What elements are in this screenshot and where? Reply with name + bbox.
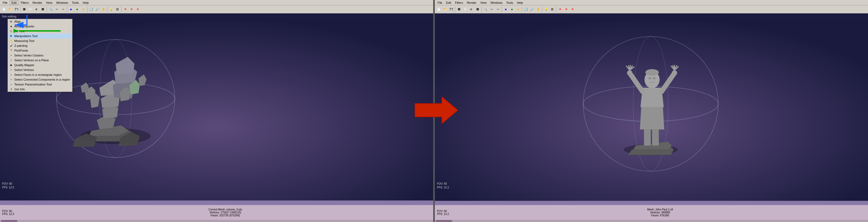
left-stats-fov: FOV: 60 FPS: 12.5 bbox=[2, 210, 14, 216]
menu-item-vertices-plane[interactable]: ▪ Select Vertices on a Plane bbox=[8, 58, 72, 63]
right-toolbar-render-btn[interactable]: 🖼 bbox=[549, 6, 555, 12]
toolbar-save[interactable]: 💾 bbox=[13, 6, 20, 12]
menu-item-select-vertices[interactable]: ▪ Select Vertices bbox=[8, 68, 72, 72]
toolbar-sep5 bbox=[107, 7, 107, 12]
right-toolbar-btn1[interactable]: ⬛ bbox=[456, 6, 462, 12]
menu-item-align[interactable]: ⊕ Align bbox=[8, 19, 72, 24]
menu-render[interactable]: Render bbox=[31, 1, 44, 5]
right-toolbar-btn6[interactable]: ↩ bbox=[489, 6, 495, 12]
fov-stat: FOV: 60 bbox=[2, 182, 14, 186]
right-toolbar-open[interactable]: 📂 bbox=[442, 6, 448, 12]
right-toolbar-x-red[interactable]: ✕ bbox=[557, 6, 563, 12]
right-toolbar-pan[interactable]: ✋ bbox=[535, 6, 541, 12]
menu-item-quality-mapper[interactable]: ◉ Quality Mapper bbox=[8, 63, 72, 68]
right-viewport[interactable]: FOV: 60 FPS: 13.2 bbox=[435, 13, 868, 205]
right-menu-file[interactable]: File bbox=[436, 1, 444, 5]
right-menu-render[interactable]: Render bbox=[465, 1, 478, 5]
left-fps: FPS: 12.5 bbox=[2, 213, 14, 216]
menu-view[interactable]: View bbox=[44, 1, 54, 5]
left-statusbar: FOV: 60 FPS: 12.5 Current Mesh: volume_5… bbox=[0, 205, 433, 220]
right-toolbar-light[interactable]: 💡 bbox=[543, 6, 549, 12]
right-toolbar-save[interactable]: 💾 bbox=[448, 6, 454, 12]
right-mesh-label: Mesh: John Paul 1.stl bbox=[454, 208, 866, 211]
toolbar-open[interactable]: 📂 bbox=[7, 6, 13, 12]
right-toolbar-btn2[interactable]: ⬜ bbox=[462, 6, 468, 12]
toolbar-x-red3[interactable]: ✕ bbox=[135, 6, 141, 12]
menu-item-vertex-clusters[interactable]: ▪ Select Vertex Clusters bbox=[8, 53, 72, 58]
menu-help[interactable]: Help bbox=[81, 1, 91, 5]
toolbar-btn2[interactable]: ⬜ bbox=[28, 6, 33, 12]
menu-item-measuring[interactable]: 📏 Measuring Tool bbox=[8, 38, 72, 43]
toolbar-pan[interactable]: ✋ bbox=[100, 6, 106, 12]
right-toolbar-btn3[interactable]: ◧ bbox=[468, 6, 474, 12]
toolbar-btn9[interactable]: ■ bbox=[74, 6, 80, 12]
svg-point-53 bbox=[648, 77, 651, 79]
right-menu-windows[interactable]: Windows bbox=[489, 1, 504, 5]
toolbar-rotate[interactable]: 🔄 bbox=[88, 6, 94, 12]
menu-windows[interactable]: Windows bbox=[54, 1, 70, 5]
right-menu-help[interactable]: Help bbox=[515, 1, 525, 5]
right-toolbar-btn8[interactable]: ■ bbox=[503, 6, 508, 12]
menu-item-select-connected[interactable]: ▪ Select Connected Components in a regio… bbox=[8, 77, 72, 82]
toolbar-btn3[interactable]: ◧ bbox=[34, 6, 40, 12]
toolbar-sep4 bbox=[87, 7, 87, 12]
right-toolbar-x-red3[interactable]: ✕ bbox=[569, 6, 576, 12]
right-scrollbar-thumb[interactable] bbox=[436, 220, 452, 222]
left-panel: File Edit Filters Render View Windows To… bbox=[0, 0, 433, 222]
left-faces: Faces: 332735 (675269) bbox=[20, 214, 431, 217]
right-menu-edit[interactable]: Edit bbox=[444, 1, 453, 5]
svg-point-54 bbox=[653, 77, 656, 79]
left-viewport[interactable]: Not editing bbox=[0, 13, 433, 205]
right-toolbar-sep1 bbox=[455, 7, 455, 12]
right-toolbar-rotate[interactable]: 🔄 bbox=[523, 6, 529, 12]
right-menu-filters[interactable]: Filters bbox=[454, 1, 465, 5]
right-statusbar: FOV: 60 FPS: 13.2 Mesh: John Paul 1.stl … bbox=[435, 205, 868, 220]
right-toolbar-btn4[interactable]: ⬛ bbox=[475, 6, 480, 12]
toolbar-new[interactable]: 📄 bbox=[1, 6, 7, 12]
menu-item-arc3d[interactable]: ◈ Arc3D Importer bbox=[8, 24, 72, 29]
left-viewport-stats: FOV: 60 FPS: 12.5 bbox=[2, 182, 14, 189]
right-toolbar-btn5[interactable]: 🔍 bbox=[483, 6, 488, 12]
right-scrollbar[interactable] bbox=[435, 220, 868, 222]
menu-item-zpainting[interactable]: 🖌 Z-painting bbox=[8, 43, 72, 48]
toolbar-btn5[interactable]: 🔍 bbox=[48, 6, 54, 12]
right-vertices: Vertices: 349985 bbox=[454, 211, 866, 214]
toolbar-render-btn[interactable]: 🖼 bbox=[115, 6, 120, 12]
quality-mapper-icon: ◉ bbox=[9, 63, 13, 67]
toolbar-btn4[interactable]: ⬛ bbox=[40, 6, 46, 12]
menu-item-manipulators[interactable]: ✥ Manipulators Tool bbox=[8, 34, 72, 38]
toolbar-x-red2[interactable]: ✕ bbox=[128, 6, 134, 12]
menu-item-fillhole[interactable]: ⬡ Fill Hole bbox=[8, 29, 72, 34]
toolbar-light[interactable]: 💡 bbox=[108, 6, 114, 12]
menu-item-pickpoints[interactable]: 📍 PickPoints bbox=[8, 48, 72, 53]
toolbar-btn6[interactable]: ↩ bbox=[54, 6, 60, 12]
menu-edit[interactable]: Edit bbox=[10, 1, 19, 5]
menu-item-get-info[interactable]: ℹ Get Info bbox=[8, 87, 72, 91]
right-toolbar-zoom[interactable]: 🔎 bbox=[529, 6, 535, 12]
right-toolbar: 📄 📂 💾 ⬛ ⬜ ◧ ⬛ 🔍 ↩ ↪ ■ ■ ■ 🔄 🔎 ✋ 💡 🖼 ✕ bbox=[435, 5, 868, 13]
toolbar-zoom[interactable]: 🔎 bbox=[94, 6, 100, 12]
toolbar-btn7[interactable]: ↪ bbox=[60, 6, 66, 12]
right-toolbar-btn7[interactable]: ↪ bbox=[495, 6, 501, 12]
menu-item-texture-param[interactable]: ▪ Texture Parametrization Tool bbox=[8, 82, 72, 87]
menu-tools[interactable]: Tools bbox=[70, 1, 81, 5]
left-scrollbar[interactable] bbox=[0, 220, 433, 222]
menu-item-select-faces-rect[interactable]: ▪ Select Faces in a rectangular region bbox=[8, 72, 72, 77]
toolbar-btn8[interactable]: ■ bbox=[68, 6, 74, 12]
right-menu-tools[interactable]: Tools bbox=[504, 1, 515, 5]
right-toolbar-btn10[interactable]: ■ bbox=[515, 6, 521, 12]
right-faces: Faces: 676268 bbox=[454, 214, 866, 217]
texture-param-icon: ▪ bbox=[9, 82, 13, 86]
right-toolbar-new[interactable]: 📄 bbox=[436, 6, 442, 12]
left-scrollbar-thumb[interactable] bbox=[1, 220, 17, 222]
right-toolbar-btn9[interactable]: ■ bbox=[509, 6, 515, 12]
toolbar-sep2 bbox=[46, 7, 47, 12]
toolbar-btn10[interactable]: ■ bbox=[80, 6, 86, 12]
menu-filters[interactable]: Filters bbox=[19, 1, 30, 5]
vertex-clusters-icon: ▪ bbox=[9, 53, 13, 57]
toolbar-btn1[interactable]: ⬛ bbox=[21, 6, 27, 12]
right-toolbar-x-red2[interactable]: ✕ bbox=[563, 6, 569, 12]
right-menu-view[interactable]: View bbox=[479, 1, 488, 5]
menu-file[interactable]: File bbox=[1, 1, 9, 5]
toolbar-x-red[interactable]: ✕ bbox=[122, 6, 128, 12]
